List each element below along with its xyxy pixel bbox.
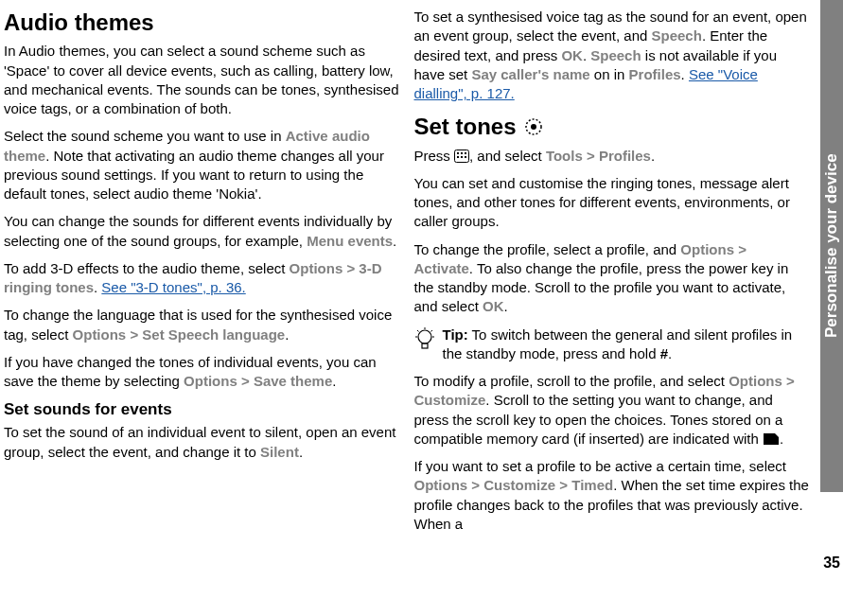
column-right: To set a synthesised voice tag as the so… bbox=[414, 8, 834, 608]
svg-rect-5 bbox=[465, 152, 466, 154]
text: . bbox=[332, 373, 336, 389]
memory-card-icon bbox=[763, 432, 780, 446]
tip-block: Tip: To switch between the general and s… bbox=[414, 326, 810, 364]
text: Press bbox=[414, 148, 455, 164]
text: . bbox=[504, 298, 508, 314]
heading-audio-themes: Audio themes bbox=[4, 8, 399, 38]
text: . bbox=[780, 431, 783, 447]
page-number: 35 bbox=[823, 553, 840, 573]
side-tab: Personalise your device bbox=[820, 0, 843, 492]
paragraph: You can set and customise the ringing to… bbox=[414, 174, 810, 232]
lightbulb-icon bbox=[414, 327, 435, 352]
separator: > bbox=[342, 260, 359, 276]
svg-line-12 bbox=[417, 330, 419, 332]
separator: > bbox=[555, 477, 571, 493]
paragraph: Press , and select Tools > Profiles. bbox=[414, 147, 810, 166]
ui-term: Timed bbox=[571, 477, 613, 493]
paragraph: You can change the sounds for different … bbox=[4, 212, 399, 251]
ui-term: Silent bbox=[260, 444, 299, 460]
text: To set the sound of an individual event … bbox=[4, 424, 395, 459]
ui-term: Speech bbox=[590, 47, 641, 63]
ui-term: Profiles bbox=[629, 66, 681, 82]
text: , and select bbox=[469, 148, 546, 164]
text: . bbox=[285, 326, 289, 343]
ui-term: Customize bbox=[414, 392, 486, 408]
text: To change the profile, select a profile,… bbox=[414, 241, 681, 257]
ui-term: Menu events bbox=[307, 233, 393, 249]
tip-label: Tip: bbox=[443, 326, 468, 343]
text: To modify a profile, scroll to the profi… bbox=[414, 373, 729, 389]
paragraph: To change the language that is used for … bbox=[4, 306, 399, 344]
text: on in bbox=[590, 66, 629, 82]
svg-rect-4 bbox=[461, 152, 463, 154]
paragraph: In Audio themes, you can select a sound … bbox=[4, 42, 399, 118]
svg-line-13 bbox=[430, 330, 432, 332]
key-name: # bbox=[660, 345, 668, 361]
text: In Audio themes, you can select a sound … bbox=[4, 43, 399, 116]
tones-icon bbox=[524, 117, 543, 136]
heading-row-set-tones: Set tones bbox=[414, 112, 810, 142]
separator: > bbox=[583, 148, 599, 164]
paragraph: To set a synthesised voice tag as the so… bbox=[414, 8, 810, 103]
ui-term: Say caller's name bbox=[471, 66, 589, 82]
text: . bbox=[651, 148, 655, 164]
text: . bbox=[393, 233, 396, 249]
ui-term: Customize bbox=[483, 477, 555, 493]
column-left: Audio themes In Audio themes, you can se… bbox=[4, 8, 399, 608]
text: . Note that activating an audio theme ch… bbox=[4, 148, 384, 202]
svg-rect-6 bbox=[457, 156, 459, 158]
text: . bbox=[681, 66, 689, 82]
separator: > bbox=[467, 477, 483, 493]
ui-term: Activate bbox=[414, 260, 469, 276]
tip-text: Tip: To switch between the general and s… bbox=[443, 326, 810, 364]
ui-term: Options bbox=[680, 241, 734, 257]
svg-rect-7 bbox=[461, 156, 463, 158]
svg-rect-3 bbox=[457, 152, 459, 154]
text: Select the sound scheme you want to use … bbox=[4, 128, 286, 144]
svg-rect-10 bbox=[422, 343, 428, 348]
svg-point-9 bbox=[418, 330, 431, 343]
text: . bbox=[583, 47, 590, 63]
text: . bbox=[668, 345, 672, 361]
ui-term: OK bbox=[561, 47, 583, 63]
ui-term: OK bbox=[483, 298, 504, 314]
paragraph: To add 3-D effects to the audio theme, s… bbox=[4, 259, 399, 298]
paragraph: If you want to set a profile to be activ… bbox=[414, 457, 810, 534]
text: . bbox=[299, 444, 303, 460]
subheading-set-sounds: Set sounds for events bbox=[4, 399, 399, 421]
paragraph: Select the sound scheme you want to use … bbox=[4, 127, 399, 203]
ui-term: Options bbox=[290, 260, 343, 276]
ui-term: Options bbox=[414, 477, 468, 493]
separator: > bbox=[734, 241, 746, 257]
paragraph: If you have changed the tones of individ… bbox=[4, 353, 399, 392]
text: If you want to set a profile to be activ… bbox=[414, 458, 787, 474]
ui-term: Save theme bbox=[254, 373, 332, 389]
text: . To also change the profile, press the … bbox=[414, 260, 789, 315]
ui-term: Profiles bbox=[599, 148, 651, 164]
menu-key-icon bbox=[454, 150, 469, 163]
text: To switch between the general and silent… bbox=[443, 326, 793, 361]
separator: > bbox=[782, 373, 795, 389]
ui-term: Set Speech language bbox=[142, 326, 285, 343]
paragraph: To change the profile, select a profile,… bbox=[414, 240, 810, 317]
text: To add 3-D effects to the audio theme, s… bbox=[4, 260, 290, 276]
separator: > bbox=[126, 326, 142, 343]
svg-rect-8 bbox=[465, 156, 466, 158]
paragraph: To modify a profile, scroll to the profi… bbox=[414, 372, 810, 449]
cross-reference-link[interactable]: See "3-D tones", p. 36. bbox=[101, 279, 245, 295]
page-content: Audio themes In Audio themes, you can se… bbox=[0, 0, 843, 616]
paragraph: To set the sound of an individual event … bbox=[4, 423, 399, 462]
ui-term: Options bbox=[729, 373, 782, 389]
svg-point-1 bbox=[531, 124, 536, 130]
separator: > bbox=[237, 373, 254, 389]
ui-term: Speech bbox=[652, 27, 702, 44]
ui-term: Tools bbox=[546, 148, 583, 164]
heading-set-tones: Set tones bbox=[414, 112, 517, 142]
ui-term: Options bbox=[73, 326, 127, 343]
ui-term: Options bbox=[184, 373, 237, 389]
